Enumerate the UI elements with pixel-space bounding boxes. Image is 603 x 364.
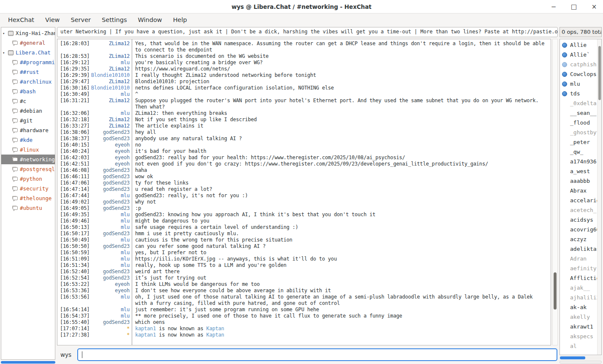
expander-icon[interactable]: ▾ (3, 51, 8, 55)
nick[interactable]: mlu (121, 237, 130, 243)
user-list-item[interactable]: _0xdelta (560, 98, 601, 108)
close-button[interactable]: × (589, 2, 599, 11)
tree-channel-postgresql[interactable]: #postgresql (1, 164, 55, 174)
nick[interactable]: mlu (121, 262, 130, 269)
nick[interactable]: eyeoh (115, 142, 130, 148)
tree-channel-thelounge[interactable]: #thelounge (1, 193, 55, 203)
minimize-button[interactable]: − (549, 2, 558, 11)
tree-channel-programming[interactable]: ##programming (1, 57, 55, 67)
nick[interactable]: godSend23 (103, 180, 130, 186)
nick[interactable]: godSend23 (103, 136, 130, 142)
nick[interactable]: ZLima12 (109, 98, 130, 110)
nick[interactable]: eyeoh (115, 155, 130, 161)
tree-channel-rust[interactable]: ##rust (1, 67, 55, 77)
user-list-item[interactable]: ak-ak (560, 302, 601, 312)
tree-channel-debian[interactable]: #debian (1, 106, 55, 116)
nick[interactable]: godSend23 (103, 129, 130, 136)
user-list-item[interactable]: aaabbb (560, 176, 601, 186)
user-list-item[interactable]: ajhalili2 (560, 293, 601, 302)
nick[interactable]: mlu (121, 60, 130, 66)
nick[interactable]: Blondie101010 (91, 85, 130, 91)
nick[interactable]: mlu (121, 224, 130, 231)
user-list-item[interactable]: a174n936 (560, 157, 601, 166)
user-list-item[interactable]: a_west (560, 166, 601, 176)
tree-channel-ubuntu[interactable]: #ubuntu (1, 203, 55, 213)
userlist-hscrollbar-thumb[interactable] (560, 356, 585, 359)
tree-channel-security[interactable]: #security (1, 184, 55, 193)
nick[interactable]: godSend23 (103, 269, 130, 275)
nick[interactable]: mlu (121, 110, 130, 117)
user-list-item[interactable]: _ghostbyt (560, 128, 601, 137)
nick[interactable]: eyeoh (115, 281, 130, 288)
nick[interactable]: mlu (121, 91, 130, 98)
userlist-hscrollbar[interactable] (560, 356, 602, 360)
nick[interactable]: ZLima12 (109, 123, 130, 129)
user-list-item[interactable]: akrawt1 (560, 322, 601, 331)
nick[interactable]: * (127, 332, 130, 338)
tree-channel-hardware[interactable]: #hardware (1, 125, 55, 135)
nick[interactable]: godSend23 (103, 205, 130, 212)
nick[interactable]: ZLima12 (109, 53, 130, 60)
menu-item-hexchat[interactable]: HexChat (3, 14, 40, 26)
tree-channel-linux[interactable]: #linux (1, 145, 55, 155)
tree-channel-c[interactable]: #c (1, 96, 55, 106)
user-list-item[interactable]: _qw_ (560, 147, 601, 157)
menu-item-settings[interactable]: Settings (96, 14, 132, 26)
tree-network-xing-hai-zhan[interactable]: ▾Xing-Hai-Zhan (1, 28, 55, 38)
tree-channel-git[interactable]: #git (1, 116, 55, 125)
nick[interactable]: ZLima12 (109, 66, 130, 72)
nick[interactable]: godSend23 (103, 319, 130, 326)
nick[interactable]: godSend23 (103, 275, 130, 281)
user-list-item[interactable]: akspecs (560, 331, 601, 341)
nick[interactable]: mlu (121, 193, 130, 199)
nick[interactable]: mlu (121, 294, 130, 307)
user-list-item[interactable]: aefinity (560, 263, 601, 273)
user-list-item[interactable]: Cowclops` (560, 69, 601, 79)
nick[interactable]: * (127, 326, 130, 332)
nick-separator-line[interactable] (132, 39, 132, 345)
nick[interactable]: eyeoh (115, 288, 130, 294)
user-list-item[interactable]: acovrig60 (560, 225, 601, 234)
own-nick-label[interactable]: wys (60, 351, 71, 358)
nick[interactable]: ZLima12 (109, 41, 130, 53)
nick[interactable]: godSend23 (103, 231, 130, 237)
nick[interactable]: godSend23 (103, 199, 130, 205)
user-list-item[interactable]: accelario (560, 196, 601, 205)
tree-channel-archlinux[interactable]: #archlinux (1, 77, 55, 87)
tree-channel-bash[interactable]: #bash (1, 87, 55, 96)
nick[interactable]: mlu (121, 250, 130, 256)
nick[interactable]: mlu (121, 218, 130, 224)
user-list-item[interactable]: adeliktas (560, 244, 601, 254)
tree-channel-python[interactable]: #python (1, 174, 55, 184)
user-list-item[interactable]: acidsys (560, 215, 601, 225)
nick[interactable]: Blondie101010 (91, 72, 130, 79)
menu-item-help[interactable]: Help (168, 14, 193, 26)
user-list-item[interactable]: ajak__ (560, 283, 601, 293)
user-list-item[interactable]: __sean__ (560, 108, 601, 118)
tree-network-libera.chat[interactable]: ▾Libera.Chat (1, 48, 55, 57)
menu-item-view[interactable]: View (40, 14, 65, 26)
user-list-item[interactable]: _flood (560, 118, 601, 128)
nick[interactable]: godSend23 (103, 186, 130, 193)
user-list-item[interactable]: Allie` (560, 50, 601, 60)
chat-vscrollbar-thumb[interactable] (554, 272, 557, 310)
channel-tree-hscrollbar[interactable] (1, 361, 55, 364)
menu-item-window[interactable]: Window (133, 14, 168, 26)
user-list-item[interactable]: tds (560, 89, 601, 98)
user-list-item[interactable]: aczyz (560, 234, 601, 244)
nick[interactable]: godSend23 (103, 174, 130, 180)
nick[interactable]: mlu (121, 313, 130, 319)
user-list-item[interactable]: akelly (560, 312, 601, 322)
user-list-item[interactable]: catphish (560, 60, 601, 69)
tree-channel-kde[interactable]: #kde (1, 135, 55, 145)
nick[interactable]: eyeoh (115, 161, 130, 167)
user-list-item[interactable]: Abrax (560, 186, 601, 196)
user-list-item[interactable]: Allie (560, 40, 601, 50)
message-input[interactable] (77, 348, 557, 361)
user-list-item[interactable]: mlu (560, 79, 601, 89)
userlist-vscrollbar-thumb[interactable] (598, 46, 601, 100)
tree-channel-networking[interactable]: #networking (1, 155, 55, 164)
nick[interactable]: mlu (121, 256, 130, 262)
tree-channel-general[interactable]: #general (1, 38, 55, 48)
nick[interactable]: mlu (121, 212, 130, 218)
